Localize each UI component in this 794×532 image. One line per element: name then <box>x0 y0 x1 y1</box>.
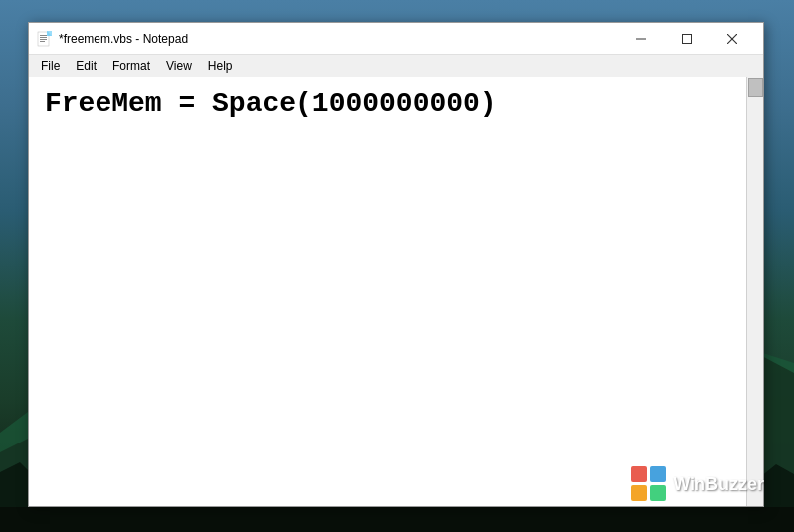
notepad-icon <box>37 31 53 47</box>
minimize-button[interactable] <box>618 23 664 55</box>
svg-rect-6 <box>40 37 47 38</box>
title-bar: *freemem.vbs - Notepad <box>29 23 763 55</box>
svg-rect-12 <box>683 34 692 43</box>
editor-area: FreeMem = Space(1000000000) <box>29 77 763 506</box>
menu-help[interactable]: Help <box>200 57 241 75</box>
svg-rect-8 <box>40 41 45 42</box>
svg-rect-3 <box>0 507 794 532</box>
logo-cell-orange <box>631 485 647 501</box>
menu-view[interactable]: View <box>158 57 200 75</box>
logo-cell-red <box>631 466 647 482</box>
close-button[interactable] <box>709 23 755 55</box>
vertical-scrollbar[interactable] <box>746 77 763 506</box>
scrollbar-thumb[interactable] <box>748 78 763 97</box>
logo-cell-blue <box>650 466 666 482</box>
menu-bar: File Edit Format View Help <box>29 55 763 77</box>
window-controls <box>618 23 755 55</box>
window-title: *freemem.vbs - Notepad <box>59 32 618 46</box>
editor-textarea[interactable]: FreeMem = Space(1000000000) <box>29 77 763 506</box>
menu-format[interactable]: Format <box>104 57 158 75</box>
maximize-button[interactable] <box>664 23 709 55</box>
watermark: WinBuzzer <box>631 466 764 502</box>
winbuzzer-text: WinBuzzer <box>673 474 764 495</box>
winbuzzer-logo <box>631 466 667 502</box>
svg-rect-7 <box>40 39 47 40</box>
logo-cell-green <box>650 485 666 501</box>
svg-rect-5 <box>40 35 47 36</box>
menu-file[interactable]: File <box>33 57 68 75</box>
notepad-window: *freemem.vbs - Notepad File Edit <box>28 22 764 507</box>
menu-edit[interactable]: Edit <box>68 57 104 75</box>
